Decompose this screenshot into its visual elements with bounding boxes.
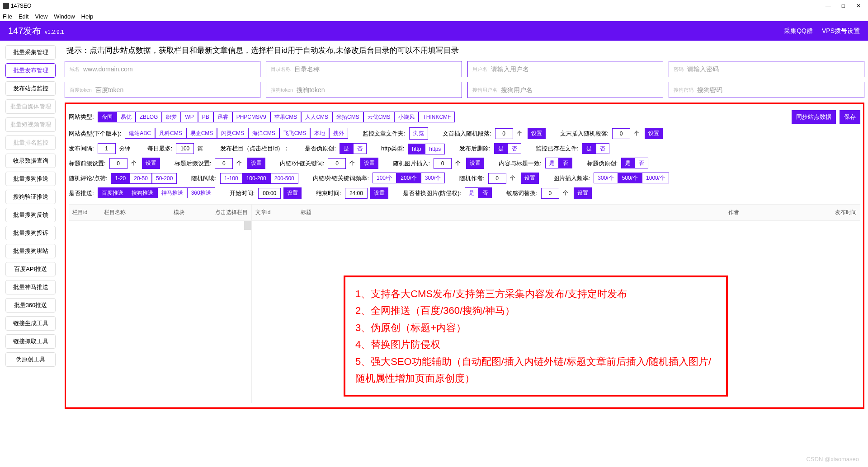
titlepre-input[interactable] — [109, 158, 127, 169]
suffix-set[interactable]: 设置 — [645, 128, 663, 139]
option[interactable]: 是 — [545, 158, 559, 168]
option[interactable]: 云优CMS — [363, 112, 395, 122]
option[interactable]: THINKCMF — [419, 112, 455, 122]
suffix-input[interactable] — [612, 128, 630, 139]
option[interactable]: 是 — [494, 143, 508, 154]
option[interactable]: 是 — [465, 187, 478, 198]
table-header[interactable]: 点击选择栏目 — [206, 209, 251, 216]
minimize-button[interactable]: — — [821, 3, 835, 9]
option[interactable]: https — [425, 144, 445, 154]
option[interactable]: 20-50 — [130, 173, 152, 184]
option[interactable]: PHPCMSV9 — [232, 112, 270, 122]
option[interactable]: 帝国 — [98, 112, 117, 122]
option[interactable]: 否 — [635, 158, 648, 168]
option[interactable]: 易优 — [117, 112, 136, 122]
daily-input[interactable] — [176, 143, 194, 154]
header-link[interactable]: VPS拨号设置 — [822, 27, 860, 34]
sidebar-item[interactable]: 批量搜狗推送 — [5, 172, 56, 186]
sidebar-item[interactable]: 批量搜狗绑站 — [5, 244, 56, 258]
keywords-input[interactable] — [328, 158, 346, 169]
option[interactable]: 是 — [621, 158, 635, 168]
table-header[interactable]: 栏目名称 — [100, 209, 170, 216]
text-input[interactable] — [491, 65, 658, 73]
titlesuf-input[interactable] — [215, 158, 233, 169]
action-button[interactable]: 保存 — [840, 110, 860, 124]
option[interactable]: 搜外 — [329, 128, 348, 139]
sidebar-item[interactable]: 搜狗验证推送 — [5, 190, 56, 204]
sidebar-item[interactable]: 批量搜狗反馈 — [5, 208, 56, 222]
option[interactable]: 500/个 — [618, 173, 642, 183]
sidebar-item[interactable]: 伪原创工具 — [5, 352, 56, 367]
option[interactable]: 海洋CMS — [248, 128, 279, 139]
sidebar-item[interactable]: 百度API推送 — [5, 262, 56, 276]
option[interactable]: 建站ABC — [125, 128, 155, 139]
option[interactable]: 米拓CMS — [332, 112, 363, 122]
prefix-input[interactable] — [495, 128, 513, 139]
sidebar-item[interactable]: 批量搜狗投诉 — [5, 226, 56, 240]
action-button[interactable]: 同步站点数据 — [792, 110, 836, 124]
option[interactable]: 200/个 — [396, 173, 420, 183]
option[interactable]: 1-100 — [220, 173, 242, 184]
option[interactable]: WP — [181, 112, 198, 122]
option[interactable]: 否 — [508, 143, 521, 154]
text-input[interactable] — [294, 65, 457, 73]
sidebar-item[interactable]: 批量神马推送 — [5, 280, 56, 294]
option[interactable]: 搜狗推送 — [127, 187, 157, 198]
option[interactable]: 闪灵CMS — [217, 128, 248, 139]
option[interactable]: 200-500 — [270, 173, 298, 184]
prefix-set[interactable]: 设置 — [528, 128, 546, 139]
option[interactable]: 1-20 — [111, 173, 130, 184]
option[interactable]: 300/个 — [594, 173, 618, 183]
sidebar-item[interactable]: 批量发布管理 — [5, 63, 56, 78]
table-header[interactable]: 栏目id — [69, 209, 100, 216]
text-input[interactable] — [95, 86, 255, 93]
option[interactable]: 百度推送 — [98, 187, 127, 198]
sidebar-item[interactable]: 链接抓取工具 — [5, 334, 56, 349]
option[interactable]: 本地 — [310, 128, 329, 139]
option[interactable]: 飞飞CMS — [279, 128, 311, 139]
text-input[interactable] — [297, 86, 457, 93]
menu-window[interactable]: Window — [54, 13, 75, 20]
option[interactable]: 人人CMS — [301, 112, 332, 122]
option[interactable]: 否 — [559, 158, 572, 168]
option[interactable]: 是 — [582, 143, 596, 154]
table-header[interactable]: 文章id — [252, 209, 297, 216]
option[interactable]: 100/个 — [373, 173, 396, 183]
option[interactable]: 50-200 — [152, 173, 177, 184]
option[interactable]: PB — [198, 112, 213, 122]
sidebar-item[interactable]: 链接生成工具 — [5, 316, 56, 331]
option[interactable]: 300/个 — [421, 173, 445, 183]
sidebar-item[interactable]: 批量360推送 — [5, 298, 56, 313]
text-input[interactable] — [697, 86, 859, 93]
menu-view[interactable]: View — [35, 13, 47, 20]
option[interactable]: 360推送 — [187, 187, 215, 198]
option[interactable]: 1000/个 — [642, 173, 669, 183]
option[interactable]: 否 — [353, 143, 367, 154]
option[interactable]: ZBLOG — [136, 112, 162, 122]
text-input[interactable] — [83, 65, 255, 73]
start-time-input[interactable] — [258, 188, 281, 199]
maximize-button[interactable]: □ — [836, 3, 850, 9]
sidebar-item[interactable]: 批量采集管理 — [5, 45, 56, 60]
option[interactable]: 否 — [596, 143, 609, 154]
sidebar-item[interactable]: 收录数据查询 — [5, 154, 56, 168]
option[interactable]: 织梦 — [162, 112, 181, 122]
option[interactable]: 苹果CMS — [270, 112, 302, 122]
table-header[interactable]: 作者 — [725, 209, 815, 216]
interval-input[interactable] — [98, 143, 116, 154]
end-time-input[interactable] — [345, 188, 368, 199]
table-header[interactable]: 发布时间 — [815, 209, 860, 216]
scrollbar[interactable] — [244, 221, 251, 230]
text-input[interactable] — [501, 86, 658, 93]
option[interactable]: 易企CMS — [186, 128, 217, 139]
option[interactable]: 迅睿 — [213, 112, 232, 122]
table-header[interactable]: 标题 — [297, 209, 725, 216]
option[interactable]: 是 — [340, 143, 353, 154]
option[interactable]: 否 — [478, 187, 492, 198]
option[interactable]: http — [408, 144, 425, 154]
table-header[interactable]: 模块 — [170, 209, 206, 216]
option[interactable]: 小旋风 — [394, 112, 419, 122]
author-input[interactable] — [488, 173, 506, 184]
browse-button[interactable]: 浏览 — [409, 127, 428, 140]
text-input[interactable] — [687, 65, 859, 73]
